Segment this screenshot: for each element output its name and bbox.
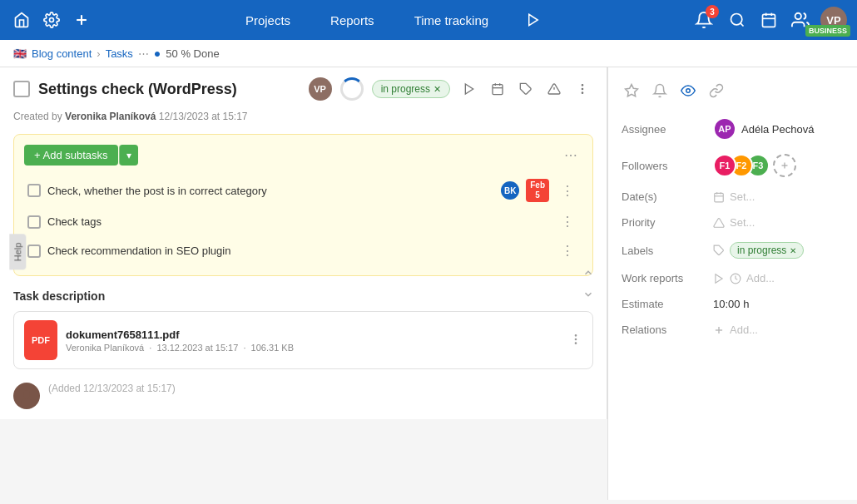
comment-section: (Added 12/13/2023 at 15:17) [13, 383, 593, 409]
task-description-title: Task description [13, 289, 593, 303]
add-icon[interactable] [70, 8, 93, 32]
svg-rect-6 [763, 14, 775, 27]
dates-value[interactable]: Set... [713, 190, 844, 203]
scroll-down-icon[interactable] [579, 285, 597, 304]
svg-marker-3 [529, 14, 538, 26]
nav-projects[interactable]: Projects [239, 10, 297, 31]
priority-placeholder[interactable]: Set... [730, 216, 755, 229]
dates-placeholder[interactable]: Set... [730, 190, 755, 203]
subtasks-section: + Add subtasks ▾ ⋯ Check, whether the po… [13, 134, 593, 276]
breadcrumb-section[interactable]: Tasks [106, 47, 133, 60]
dates-row: Date(s) Set... [622, 190, 844, 203]
subtask-item: Check, whether the post is in correct ca… [24, 174, 582, 207]
subtask-date-1: Feb 5 [526, 179, 549, 202]
status-close-icon[interactable]: ✕ [433, 84, 441, 95]
task-description-section: Task description PDF dokument7658111.pdf… [13, 289, 593, 369]
subtask-checkbox-3[interactable] [27, 245, 41, 258]
scroll-up-icon[interactable] [579, 264, 597, 282]
relations-value[interactable]: Add... [713, 324, 844, 336]
estimate-value[interactable]: 10:00 h [713, 298, 844, 310]
calendar-icon[interactable] [757, 8, 780, 32]
left-panel-wrapper: Settings check (WordPress) VP in progres… [0, 67, 607, 500]
add-follower-button[interactable] [773, 154, 796, 177]
labels-value: in progress ✕ [713, 242, 844, 259]
add-subtasks-button[interactable]: + Add subtasks [24, 145, 118, 166]
more-task-icon[interactable] [572, 78, 593, 100]
topnav: Projects Reports Time tracking 3 VP BUSI… [0, 0, 857, 40]
creator-name: Veronika Planíková [65, 111, 156, 122]
notification-button[interactable]: 3 [691, 7, 717, 33]
user-avatar-wrapper[interactable]: VP BUSINESS [820, 7, 847, 33]
help-tab[interactable]: Help [9, 235, 26, 270]
label-close-icon[interactable]: ✕ [790, 246, 796, 255]
star-icon[interactable] [622, 81, 642, 101]
task-actions [458, 78, 593, 100]
relations-row: Relations Add... [622, 324, 844, 336]
relations-add[interactable]: Add... [730, 324, 758, 336]
label-badge[interactable]: in progress ✕ [730, 242, 804, 259]
assignee-avatar: AP [713, 117, 736, 141]
nav-reports[interactable]: Reports [324, 10, 381, 31]
subtask-avatar-1: BK [501, 181, 519, 200]
search-icon[interactable] [726, 8, 749, 32]
subtask-more-icon-3[interactable]: ⋮ [556, 241, 579, 260]
work-reports-value: Add... [713, 272, 844, 284]
svg-point-4 [731, 14, 742, 25]
svg-marker-35 [716, 274, 722, 283]
eye-icon[interactable] [678, 81, 698, 101]
subtask-item: Check recommendation in SEO plugin ⋮ [24, 236, 582, 265]
estimate-label: Estimate [622, 298, 713, 310]
task-assignee-avatar: VP [309, 77, 332, 101]
priority-value[interactable]: Set... [713, 216, 844, 229]
assignee-value: AP Adéla Pechová [713, 117, 844, 141]
right-panel: Assignee AP Adéla Pechová Followers F1 F… [607, 67, 857, 500]
subtask-label-1: Check, whether the post is in correct ca… [47, 185, 494, 197]
follower-avatar-1: F1 [713, 154, 736, 177]
svg-point-0 [50, 18, 54, 22]
work-reports-add[interactable]: Add... [746, 272, 775, 284]
breadcrumb: 🇬🇧 Blog content › Tasks ⋯ ● 50 % Done [0, 40, 857, 67]
svg-point-24 [575, 343, 576, 343]
followers-row: Followers F1 F2 F3 [622, 154, 844, 177]
add-subtasks-dropdown[interactable]: ▾ [119, 145, 138, 166]
tag-task-icon[interactable] [515, 78, 537, 100]
assignee-label: Assignee [622, 123, 713, 136]
subtask-checkbox-1[interactable] [27, 184, 41, 197]
breadcrumb-project[interactable]: Blog content [32, 47, 92, 60]
svg-marker-27 [626, 85, 638, 96]
warning-task-icon[interactable] [543, 78, 565, 100]
left-panel: Settings check (WordPress) VP in progres… [0, 67, 607, 419]
priority-label: Priority [622, 216, 713, 229]
subtask-checkbox-2[interactable] [27, 215, 41, 229]
home-icon[interactable] [10, 8, 33, 32]
svg-point-22 [575, 334, 576, 335]
subtask-more-icon-1[interactable]: ⋮ [556, 181, 579, 200]
bell-icon[interactable] [650, 81, 670, 101]
nav-time-tracking[interactable]: Time tracking [408, 10, 495, 31]
breadcrumb-progress: 50 % Done [166, 47, 219, 60]
assignee-name: Adéla Pechová [741, 123, 814, 136]
labels-label: Labels [622, 245, 713, 257]
add-subtasks-group: + Add subtasks ▾ [24, 145, 138, 166]
subtasks-menu-icon[interactable]: ⋯ [559, 146, 582, 165]
svg-marker-11 [465, 84, 473, 94]
pdf-icon: PDF [24, 320, 57, 360]
subtask-label-3: Check recommendation in SEO plugin [47, 245, 549, 257]
play-task-icon[interactable] [458, 78, 480, 100]
task-status-badge[interactable]: in progress ✕ [372, 80, 450, 98]
created-at: 12/13/2023 at 15:17 [159, 111, 248, 122]
business-badge: BUSINESS [805, 25, 850, 37]
play-icon[interactable] [522, 8, 545, 32]
svg-point-20 [582, 88, 582, 89]
gear-icon[interactable] [40, 8, 63, 32]
attachment-menu-icon[interactable] [569, 333, 582, 348]
subtask-more-icon-2[interactable]: ⋮ [556, 212, 579, 231]
svg-line-5 [741, 23, 744, 27]
svg-rect-12 [493, 85, 503, 95]
task-checkbox[interactable] [13, 81, 30, 97]
created-by: Created by Veronika Planíková 12/13/2023… [13, 111, 593, 122]
attachment-name: dokument7658111.pdf [66, 329, 561, 341]
link-icon[interactable] [706, 81, 726, 101]
attachment: PDF dokument7658111.pdf Veronika Planíko… [13, 311, 593, 369]
calendar-task-icon[interactable] [487, 78, 508, 100]
